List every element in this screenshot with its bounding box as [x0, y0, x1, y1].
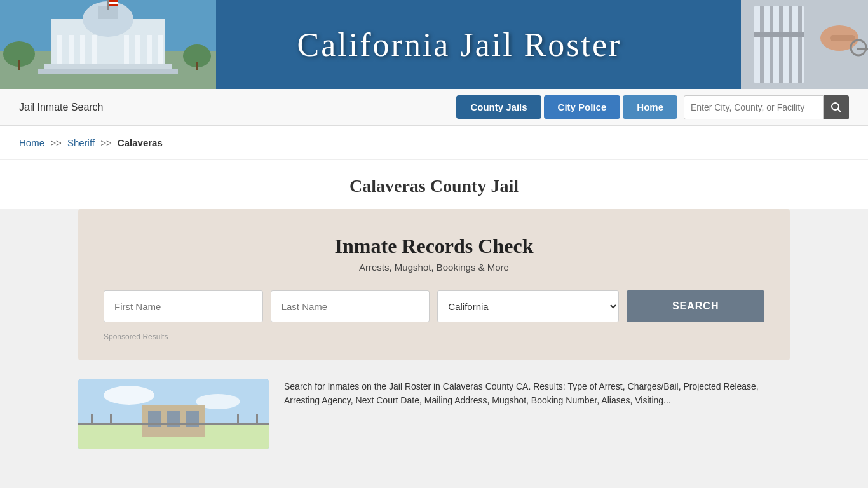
- svg-rect-10: [124, 35, 129, 64]
- svg-rect-33: [830, 35, 855, 41]
- bottom-thumbnail: [78, 379, 269, 449]
- page-title-section: Calaveras County Jail: [0, 160, 868, 209]
- first-name-input[interactable]: [104, 290, 263, 322]
- svg-rect-31: [754, 32, 804, 37]
- svg-rect-19: [109, 4, 118, 6]
- svg-rect-8: [80, 35, 85, 64]
- banner-left-image: [0, 0, 216, 89]
- svg-rect-35: [857, 48, 868, 50]
- svg-rect-28: [779, 6, 783, 83]
- inmate-records-box: Inmate Records Check Arrests, Mugshot, B…: [78, 209, 790, 360]
- svg-rect-50: [91, 414, 93, 425]
- breadcrumb-sheriff-link[interactable]: Sheriff: [67, 137, 95, 148]
- svg-rect-6: [57, 35, 62, 64]
- svg-line-39: [838, 109, 841, 112]
- banner-right-image: [741, 0, 868, 89]
- breadcrumb-sep1: >>: [50, 137, 62, 148]
- bottom-section: Search for Inmates on the Jail Roster in…: [78, 379, 790, 468]
- breadcrumb-current: Calaveras: [118, 137, 163, 148]
- breadcrumb-sep2: >>: [100, 137, 112, 148]
- svg-rect-51: [110, 414, 112, 425]
- bottom-description: Search for Inmates on the Jail Roster in…: [284, 379, 790, 449]
- inmate-records-title: Inmate Records Check: [104, 234, 764, 258]
- svg-rect-52: [237, 414, 239, 425]
- svg-rect-7: [69, 35, 74, 64]
- inmate-search-button[interactable]: SEARCH: [627, 290, 764, 322]
- svg-rect-18: [109, 2, 118, 4]
- nav-search-wrapper: [684, 95, 849, 119]
- home-button[interactable]: Home: [623, 95, 677, 119]
- state-select[interactable]: AlabamaAlaskaArizonaArkansasCaliforniaCo…: [437, 290, 619, 322]
- svg-rect-30: [798, 6, 802, 83]
- svg-rect-14: [44, 64, 172, 69]
- inmate-records-subtitle: Arrests, Mugshot, Bookings & More: [104, 262, 764, 273]
- county-jails-button[interactable]: County Jails: [456, 95, 541, 119]
- breadcrumb-home-link[interactable]: Home: [19, 137, 44, 148]
- nav-search-input[interactable]: [684, 95, 824, 119]
- nav-search-button[interactable]: [824, 95, 849, 119]
- sponsored-label: Sponsored Results: [104, 332, 764, 341]
- last-name-input[interactable]: [271, 290, 430, 322]
- inmate-search-row: AlabamaAlaskaArizonaArkansasCaliforniaCo…: [104, 290, 764, 322]
- svg-rect-9: [92, 35, 97, 64]
- nav-buttons: County Jails City Police Home: [456, 95, 677, 119]
- svg-rect-29: [789, 6, 792, 83]
- page-title: Calaveras County Jail: [0, 176, 868, 196]
- header-banner: California Jail Roster: [0, 0, 868, 89]
- svg-point-42: [104, 386, 154, 405]
- svg-rect-26: [760, 6, 764, 83]
- svg-rect-12: [147, 35, 152, 64]
- svg-rect-23: [196, 62, 198, 70]
- svg-rect-27: [770, 6, 773, 83]
- nav-bar: Jail Inmate Search County Jails City Pol…: [0, 89, 868, 126]
- breadcrumb: Home >> Sheriff >> Calaveras: [0, 126, 868, 160]
- site-label: Jail Inmate Search: [19, 102, 456, 113]
- svg-rect-13: [158, 35, 163, 64]
- svg-rect-16: [107, 0, 109, 10]
- svg-rect-21: [18, 60, 20, 70]
- banner-title: California Jail Roster: [297, 26, 622, 64]
- svg-rect-15: [38, 69, 178, 74]
- svg-rect-49: [78, 423, 269, 425]
- city-police-button[interactable]: City Police: [544, 95, 621, 119]
- svg-rect-11: [135, 35, 140, 64]
- svg-rect-53: [256, 414, 258, 425]
